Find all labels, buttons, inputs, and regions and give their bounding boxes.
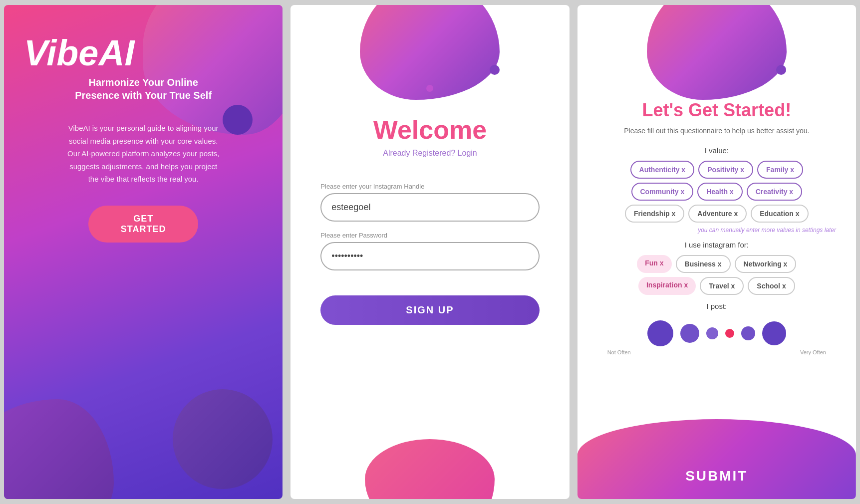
- subtitle-text: Please fill out this questionnaire to he…: [597, 126, 836, 136]
- panel-landing: VibeAI Harmonize Your OnlinePresence wit…: [4, 5, 283, 499]
- tag-positivity[interactable]: Positivity x: [698, 161, 753, 179]
- tag-travel[interactable]: Travel x: [700, 277, 744, 295]
- instagram-label: Please enter your Instagram Handle: [320, 183, 539, 190]
- password-input-group: Please enter Password: [320, 232, 539, 270]
- instagram-use-label: I use instagram for:: [597, 241, 836, 249]
- already-registered-link[interactable]: Already Registered? Login: [383, 149, 477, 158]
- tag-authenticity[interactable]: Authenticity x: [630, 161, 695, 179]
- instagram-input-group: Please enter your Instagram Handle: [320, 183, 539, 222]
- dot-4-selected[interactable]: [725, 329, 734, 338]
- i-value-label: I value:: [597, 146, 836, 155]
- blob-bottom-left-decoration: [4, 399, 114, 499]
- landing-content: VibeAI Harmonize Your OnlinePresence wit…: [4, 5, 283, 262]
- manual-note: you can manually enter more values in se…: [597, 227, 836, 234]
- blob-bottom-right-decoration: [173, 389, 273, 489]
- tag-creativity[interactable]: Creativity x: [747, 183, 802, 201]
- panel-signup: Welcome Already Registered? Login Please…: [290, 5, 569, 499]
- instagram-input[interactable]: [320, 193, 539, 222]
- description-text: VibeAI is your personal guide to alignin…: [24, 122, 263, 186]
- tag-health[interactable]: Health x: [697, 183, 742, 201]
- tag-friendship[interactable]: Friendship x: [625, 205, 684, 223]
- tag-community[interactable]: Community x: [631, 183, 694, 201]
- dot-5[interactable]: [741, 326, 755, 340]
- get-started-button[interactable]: GET STARTED: [88, 206, 198, 243]
- dot-1[interactable]: [647, 320, 673, 346]
- tag-networking[interactable]: Networking x: [735, 255, 797, 273]
- signup-button[interactable]: SIGN UP: [320, 295, 539, 325]
- tagline: Harmonize Your OnlinePresence with Your …: [24, 76, 263, 102]
- instagram-tags-row1: Fun x Business x Networking x: [597, 255, 836, 273]
- i-post-label: I post:: [597, 302, 836, 310]
- tag-school[interactable]: School x: [748, 277, 795, 295]
- values-tags-row3: Friendship x Adventure x Education x: [597, 205, 836, 223]
- page-title: Let's Get Started!: [597, 100, 836, 121]
- frequency-labels: Not Often Very Often: [597, 349, 836, 355]
- values-tags-row1: Authenticity x Positivity x Family x: [597, 161, 836, 179]
- not-often-label: Not Often: [607, 349, 631, 355]
- tag-education[interactable]: Education x: [751, 205, 808, 223]
- tag-inspiration[interactable]: Inspiration x: [638, 277, 696, 295]
- tag-business[interactable]: Business x: [676, 255, 731, 273]
- tag-adventure[interactable]: Adventure x: [688, 205, 747, 223]
- password-label: Please enter Password: [320, 232, 539, 239]
- questionnaire-content: Let's Get Started! Please fill out this …: [577, 5, 856, 370]
- values-tags-row2: Community x Health x Creativity x: [597, 183, 836, 201]
- welcome-title: Welcome: [373, 115, 487, 145]
- frequency-dots: [597, 320, 836, 346]
- dot-6[interactable]: [762, 321, 786, 345]
- panel-questionnaire: Let's Get Started! Please fill out this …: [577, 5, 856, 499]
- app-logo: VibeAI: [24, 35, 263, 71]
- signup-content: Welcome Already Registered? Login Please…: [290, 5, 569, 345]
- dot-3[interactable]: [706, 327, 718, 339]
- instagram-tags-row2: Inspiration x Travel x School x: [597, 277, 836, 295]
- dot-2[interactable]: [680, 324, 699, 343]
- tag-fun[interactable]: Fun x: [637, 255, 671, 273]
- submit-button[interactable]: SUBMIT: [685, 468, 748, 484]
- very-often-label: Very Often: [800, 349, 826, 355]
- password-input[interactable]: [320, 242, 539, 270]
- blob-bottom-decoration: [577, 419, 856, 499]
- blob-bottom-decoration: [365, 439, 495, 499]
- tag-family[interactable]: Family x: [757, 161, 803, 179]
